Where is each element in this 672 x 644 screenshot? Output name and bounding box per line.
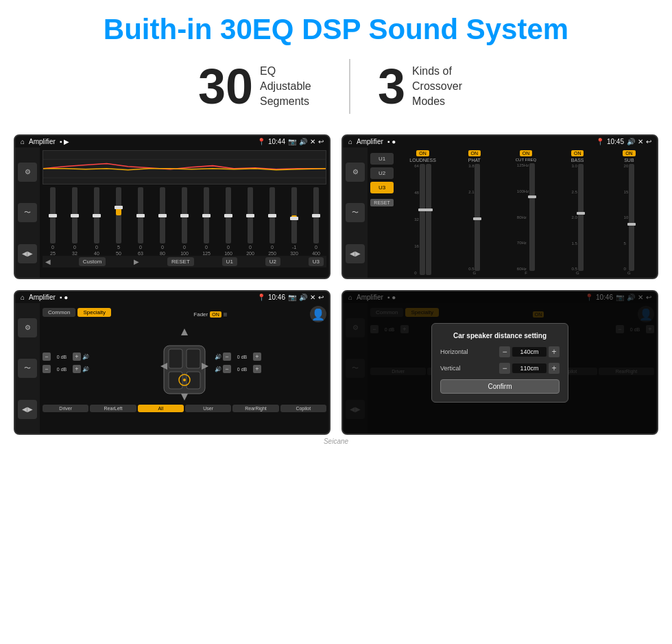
eq-band-9: 0 200 (240, 187, 261, 256)
rearright-btn[interactable]: RearRight (232, 405, 278, 412)
fader-slider-3[interactable]: ≡ (224, 311, 228, 318)
rl-db: 0 dB (52, 366, 71, 372)
svg-rect-8 (187, 372, 200, 389)
eq-band-0: 0 25 (43, 187, 63, 256)
u3-preset[interactable]: U3 (370, 182, 394, 193)
wave-btn-3[interactable]: 〜 (18, 359, 37, 378)
sub-on[interactable]: ON (623, 150, 636, 156)
back-icon-1[interactable]: ↩ (318, 138, 324, 145)
eq-slider-11[interactable] (291, 187, 297, 243)
rl-minus[interactable]: − (43, 365, 51, 373)
eq-mode-btn-3[interactable]: ⚙ (18, 318, 37, 337)
common-tab-3[interactable]: Common (43, 308, 75, 317)
eq-slider-6[interactable] (182, 187, 187, 243)
copilot-btn[interactable]: Copilot (280, 405, 326, 412)
driver-btn[interactable]: Driver (43, 405, 88, 412)
time-2: 10:45 (607, 138, 624, 145)
camera-icon-3: 📷 (288, 294, 296, 301)
time-3: 10:46 (268, 294, 285, 301)
eq-mode-btn-2[interactable]: ⚙ (346, 163, 365, 182)
fr-minus[interactable]: − (223, 353, 231, 361)
x-icon-2: ✕ (638, 138, 643, 145)
eq-slider-10[interactable] (269, 187, 275, 243)
home-icon-3[interactable]: ⌂ (21, 294, 25, 301)
cutfreq-strip: ON CUT FREQ 125Hz100Hz80Hz70Hz60Hz F (501, 150, 551, 275)
fr-plus[interactable]: + (253, 353, 261, 361)
all-btn[interactable]: All (138, 405, 184, 412)
loudness-fader-r[interactable] (426, 164, 431, 275)
play-icon[interactable]: ▶ (134, 258, 139, 265)
eq-mode-btn[interactable]: ⚙ (18, 163, 37, 182)
eq-slider-12[interactable] (313, 187, 319, 243)
vertical-label: Vertical (440, 365, 461, 372)
wave-btn-2[interactable]: 〜 (346, 203, 365, 222)
speaker-ctl-rr: 🔊 − 0 dB + (215, 365, 326, 373)
rearleft-btn[interactable]: RearLeft (90, 405, 136, 412)
specialty-tab-3[interactable]: Specialty (77, 308, 110, 317)
home-icon-1[interactable]: ⌂ (21, 138, 25, 145)
fl-plus[interactable]: + (73, 353, 81, 361)
cutfreq-fader[interactable] (529, 163, 535, 271)
horizontal-plus[interactable]: + (549, 346, 560, 357)
reset-btn-1[interactable]: RESET (167, 257, 194, 266)
status-bar-2: ⌂ Amplifier ▪ ● 📍 10:45 🔊 ✕ ↩ (343, 136, 657, 147)
eq-slider-3[interactable] (116, 187, 121, 243)
u3-btn-1[interactable]: U3 (309, 257, 324, 266)
u1-preset[interactable]: U1 (370, 153, 394, 165)
eq-slider-1[interactable] (72, 187, 77, 243)
loudness-on[interactable]: ON (416, 150, 429, 156)
eq-band-8: 0 160 (218, 187, 239, 256)
u2-preset[interactable]: U2 (370, 167, 394, 179)
rr-plus[interactable]: + (253, 365, 261, 373)
horizontal-minus[interactable]: − (499, 346, 510, 357)
confirm-button[interactable]: Confirm (440, 379, 560, 394)
svg-rect-6 (187, 349, 200, 368)
vol-btn-2[interactable]: ◀▶ (346, 244, 365, 263)
channel-strips: ON LOUDNESS 644832160 (398, 150, 654, 275)
specialty-main: Common Specialty Fader ON ≡ 👤 (40, 303, 329, 433)
eq-slider-5[interactable] (160, 187, 165, 243)
home-icon-2[interactable]: ⌂ (348, 138, 352, 145)
eq-band-11: -1 320 (284, 187, 304, 256)
screen-dialog: ⌂ Amplifier ▪ ● 📍 10:46 📷 🔊 ✕ ↩ ⚙ 〜 (341, 290, 658, 435)
eq-slider-9[interactable] (248, 187, 253, 243)
vol-btn[interactable]: ◀▶ (18, 244, 37, 263)
vertical-minus[interactable]: − (499, 363, 510, 374)
eq-slider-2[interactable] (94, 187, 99, 243)
bass-fader[interactable] (578, 164, 584, 271)
cutfreq-on[interactable]: ON (520, 150, 533, 156)
tab-row-3: Common Specialty (43, 308, 111, 317)
eq-slider-7[interactable] (204, 187, 209, 243)
wave-btn[interactable]: 〜 (18, 203, 37, 222)
stat-number-eq: 30 (198, 62, 253, 111)
horizontal-label: Horizontal (440, 348, 468, 355)
vol-btn-3[interactable]: ◀▶ (18, 400, 37, 419)
u1-btn-1[interactable]: U1 (222, 257, 237, 266)
location-icon-1: 📍 (257, 138, 265, 145)
user-btn[interactable]: User (185, 405, 231, 412)
back-icon-2[interactable]: ↩ (646, 138, 651, 145)
fl-minus[interactable]: − (43, 353, 51, 361)
bottom-buttons-3: Driver RearLeft All User RearRight Copil… (43, 405, 326, 412)
screen-crossover: ⌂ Amplifier ▪ ● 📍 10:45 🔊 ✕ ↩ ⚙ 〜 ◀▶ (341, 134, 658, 279)
rl-plus[interactable]: + (73, 365, 81, 373)
eq-slider-4[interactable] (138, 187, 143, 243)
vertical-plus[interactable]: + (549, 363, 560, 374)
back-icon-3[interactable]: ↩ (318, 294, 324, 301)
dialog-title: Car speaker distance setting (440, 332, 560, 339)
specialty-layout: ⚙ 〜 ◀▶ Common Specialty Fader ON (15, 303, 329, 433)
u2-btn-1[interactable]: U2 (265, 257, 280, 266)
prev-icon[interactable]: ◀ (45, 258, 51, 265)
phat-on[interactable]: ON (468, 150, 481, 156)
rr-minus[interactable]: − (223, 365, 231, 373)
custom-btn[interactable]: Custom (79, 257, 106, 266)
crossover-main: U1 U2 U3 RESET ON LOUDNESS (368, 147, 657, 278)
phat-fader[interactable] (475, 164, 480, 271)
reset-btn-2[interactable]: RESET (370, 199, 394, 206)
loudness-fader-l[interactable] (420, 164, 425, 275)
fader-on-3[interactable]: ON (210, 311, 221, 318)
eq-slider-0[interactable] (50, 187, 56, 243)
eq-slider-8[interactable] (226, 187, 231, 243)
sub-fader[interactable] (629, 164, 634, 271)
bass-on[interactable]: ON (571, 150, 584, 156)
